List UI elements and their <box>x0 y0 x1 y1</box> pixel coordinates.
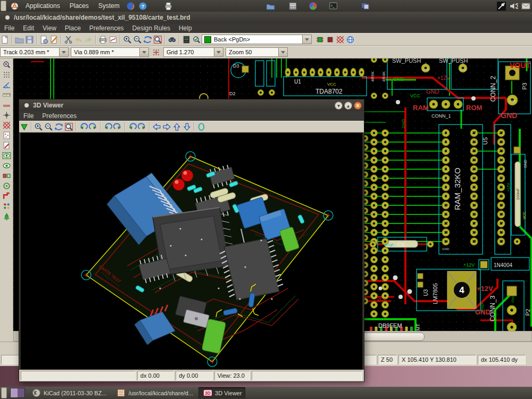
zoom-in-icon[interactable] <box>122 34 132 45</box>
cursor-shape-icon[interactable] <box>1 110 12 120</box>
menu-applications[interactable]: Applications <box>21 0 65 12</box>
show-invisible-text-icon[interactable] <box>1 161 12 171</box>
menu-system[interactable]: System <box>94 0 124 12</box>
viewer3d-menu-file[interactable]: File <box>19 112 38 120</box>
redraw-icon[interactable] <box>54 121 64 132</box>
mail-icon[interactable] <box>521 2 530 11</box>
via-size-select[interactable]: Via 0.889 mm * <box>71 47 140 57</box>
firefox-icon[interactable] <box>126 2 135 11</box>
taskbar-task-1[interactable]: /usr/local/kicad/share/d... <box>112 387 196 398</box>
drc-off-icon[interactable] <box>1 60 12 70</box>
polar-coords-icon[interactable] <box>1 80 12 90</box>
drc-icon[interactable] <box>192 34 202 45</box>
viewer3d-titlebar[interactable]: 3D Viewer ▾ ▴ × <box>19 99 364 111</box>
zoom-out-icon[interactable] <box>132 34 143 45</box>
move-down-icon[interactable] <box>182 121 192 132</box>
panel-edge-handle[interactable] <box>1 1 6 11</box>
zoom-fit-icon[interactable] <box>64 121 74 132</box>
rotate-y-neg-icon[interactable] <box>103 121 113 132</box>
undo-icon[interactable] <box>73 34 84 45</box>
menu-file[interactable]: File <box>0 24 19 32</box>
ratsnest-module-icon[interactable] <box>1 130 12 140</box>
calculator-icon[interactable] <box>288 2 297 11</box>
netlist-icon[interactable] <box>181 34 192 45</box>
maximize-button[interactable]: ▴ <box>344 102 352 110</box>
move-right-icon[interactable] <box>162 121 172 132</box>
layer-selector[interactable]: Back <PgDn> <box>202 35 303 44</box>
track-mode-icon[interactable] <box>325 34 335 45</box>
open-board-icon[interactable] <box>14 34 24 45</box>
pcbnew-titlebar[interactable]: /usr/local/kicad/share/demos/test_xil_95… <box>0 12 532 23</box>
grid-hide-icon[interactable] <box>1 70 12 80</box>
track-autodelete-icon[interactable] <box>1 140 12 151</box>
rotate-y-pos-icon[interactable] <box>113 121 123 132</box>
printer-icon[interactable] <box>164 2 173 11</box>
workspace-switcher[interactable] <box>10 388 25 398</box>
menu-places[interactable]: Places <box>65 0 94 12</box>
reload-icon[interactable] <box>19 121 29 132</box>
zoom-level-select-dropdown[interactable] <box>279 47 288 57</box>
zoom-in-icon[interactable] <box>34 121 44 132</box>
track-width-select[interactable]: Track 0.203 mm * <box>0 47 60 57</box>
ratsnest-mode-icon[interactable] <box>335 34 345 45</box>
taskbar-edge-handle[interactable] <box>1 387 7 398</box>
page-settings-icon[interactable] <box>49 34 59 45</box>
zoom-fit-icon[interactable] <box>153 34 163 45</box>
move-up-icon[interactable] <box>172 121 182 132</box>
grid-size-select[interactable]: Grid 1.270 <box>163 47 214 57</box>
app-window-icon[interactable] <box>361 2 370 11</box>
network-plug-icon[interactable] <box>497 2 506 11</box>
zoom-level-select[interactable]: Zoom 50 <box>226 47 279 57</box>
via-size-select-dropdown[interactable] <box>140 47 149 57</box>
color-wheel-icon[interactable] <box>309 2 318 11</box>
units-mm-icon[interactable]: mm <box>1 100 12 110</box>
menu-view[interactable]: View <box>38 24 61 32</box>
zoom-out-icon[interactable] <box>44 121 54 132</box>
track-width-select-dropdown[interactable] <box>60 47 69 57</box>
grid-size-select-dropdown[interactable] <box>214 47 223 57</box>
minimize-button[interactable]: ▾ <box>335 102 343 110</box>
ortho-icon[interactable] <box>196 121 206 132</box>
freeroute-icon[interactable] <box>345 34 355 45</box>
module-mode-icon[interactable] <box>315 34 325 45</box>
move-left-icon[interactable] <box>152 121 162 132</box>
viewer3d-canvas[interactable]: CARTE TEST <box>20 132 363 370</box>
pads-sketch-icon[interactable] <box>1 171 12 181</box>
grid-origin-icon[interactable] <box>151 47 161 58</box>
cut-icon[interactable] <box>63 34 73 45</box>
board-setup-icon[interactable] <box>39 34 49 45</box>
menu-place[interactable]: Place <box>61 24 85 32</box>
layers-manager-icon[interactable] <box>1 211 12 221</box>
rotate-x-pos-icon[interactable] <box>88 121 98 132</box>
new-board-icon[interactable] <box>0 34 10 45</box>
find-icon[interactable] <box>167 34 177 45</box>
taskbar-task-0[interactable]: KiCad (2011-03-30 BZ... <box>27 387 110 398</box>
menu-edit[interactable]: Edit <box>19 24 38 32</box>
menu-design-rules[interactable]: Design Rules <box>128 24 174 32</box>
rotate-z-pos-icon[interactable] <box>137 121 147 132</box>
tracks-sketch-icon[interactable] <box>1 191 12 201</box>
ratsnest-general-icon[interactable] <box>1 120 12 130</box>
menu-help[interactable]: Help <box>174 24 196 32</box>
redo-icon[interactable] <box>84 34 94 45</box>
viewer3d-menu-preferences[interactable]: Preferences <box>38 112 81 120</box>
ubuntu-logo-icon[interactable] <box>10 2 19 11</box>
units-inch-icon[interactable] <box>1 90 12 100</box>
print-icon[interactable] <box>98 34 108 45</box>
layer-selector-dropdown[interactable] <box>303 35 312 44</box>
vias-sketch-icon[interactable] <box>1 181 12 191</box>
redraw-icon[interactable] <box>143 34 153 45</box>
plot-icon[interactable] <box>108 34 118 45</box>
folder-icon[interactable] <box>266 2 275 11</box>
rotate-x-neg-icon[interactable] <box>78 121 88 132</box>
taskbar-task-2[interactable]: 3D3D Viewer <box>198 387 245 398</box>
terminal-icon[interactable]: >_ <box>329 2 338 11</box>
high-contrast-icon[interactable] <box>1 201 12 211</box>
show-zones-icon[interactable] <box>1 151 12 161</box>
volume-icon[interactable] <box>509 2 518 11</box>
save-board-icon[interactable] <box>24 34 35 45</box>
menu-preferences[interactable]: Preferences <box>85 24 128 32</box>
help-icon[interactable]: ? <box>138 2 147 11</box>
rotate-z-neg-icon[interactable] <box>127 121 137 132</box>
close-button[interactable]: × <box>354 102 362 110</box>
